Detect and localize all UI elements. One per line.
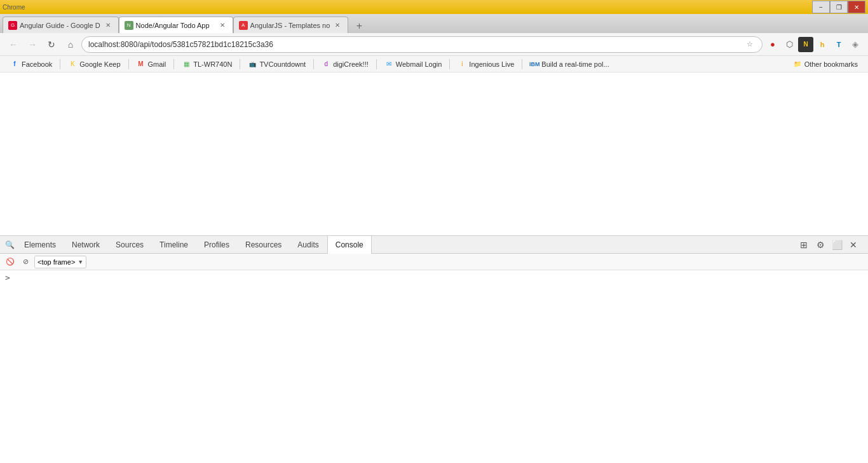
devtools-tab-resources[interactable]: Resources (238, 236, 290, 254)
bookmark-gmail-label: Gmail (148, 60, 166, 68)
extension-icon[interactable]: ◈ (848, 37, 863, 52)
bookmark-other[interactable]: 📁 Other bookmarks (788, 57, 863, 71)
bookmarks-bar: f Facebook K Google Keep M Gmail ▦ TL-WR… (0, 56, 868, 73)
devtools-panel: 🔍 Elements Network Sources Timeline Prof… (0, 235, 868, 463)
tab-title-3: AngularJS - Templates no (250, 22, 330, 29)
tl-icon: ▦ (182, 60, 191, 69)
bookmark-tl-label: TL-WR740N (193, 60, 232, 68)
webmail-icon: ✉ (384, 60, 393, 69)
devtools-close-button[interactable]: ✕ (846, 238, 860, 252)
bookmark-keep[interactable]: K Google Keep (63, 57, 125, 71)
tab-favicon-1: G (8, 21, 17, 30)
bookmark-ibm[interactable]: IBM Build a real-time pol... (525, 57, 614, 71)
bookmark-ibm-label: Build a real-time pol... (541, 60, 609, 68)
tab-close-3[interactable]: ✕ (332, 20, 342, 31)
devtools-tab-profiles[interactable]: Profiles (196, 236, 238, 254)
tab-angularjs-templates[interactable]: A AngularJS - Templates no ✕ (233, 17, 349, 33)
devtools-tab-console[interactable]: Console (327, 236, 372, 254)
bookmark-separator-1 (60, 59, 60, 69)
bookmark-separator-5 (313, 59, 314, 69)
tab-favicon-2: N (125, 21, 133, 30)
new-tab-button[interactable]: + (351, 19, 367, 33)
folder-icon: 📁 (793, 60, 802, 69)
tab-title-2: Node/Angular Todo App (136, 22, 215, 29)
devtools-controls: ⊞ ⚙ ⬜ ✕ (797, 238, 865, 252)
close-button[interactable]: ✕ (848, 1, 865, 13)
bookmark-webmail[interactable]: ✉ Webmail Login (379, 57, 447, 71)
browser-viewport (0, 73, 868, 235)
devtools-tab-timeline[interactable]: Timeline (152, 236, 196, 254)
home-button[interactable]: ⌂ (62, 36, 79, 53)
tab-close-1[interactable]: ✕ (103, 20, 113, 31)
bookmark-keep-label: Google Keep (79, 60, 120, 68)
toolbar-icons: ● ⬡ N h T ◈ (765, 37, 863, 52)
norton-icon[interactable]: N (798, 37, 813, 52)
star-icon[interactable]: ☆ (744, 39, 756, 50)
bookmark-separator-7 (449, 59, 450, 69)
gmail-icon: M (137, 60, 146, 69)
ibm-icon: IBM (530, 60, 539, 69)
window-controls: − ❐ ✕ (812, 1, 865, 13)
address-bar[interactable]: localhost:8080/api/todos/5381c57821bd1c1… (81, 36, 763, 53)
tab-node-angular[interactable]: N Node/Angular Todo App ✕ (119, 17, 233, 33)
tab-bar: G Angular Guide - Google D ✕ N Node/Angu… (0, 14, 868, 33)
keep-icon: K (68, 60, 77, 69)
frame-selector[interactable]: <top frame> ▼ (34, 256, 86, 268)
devtools-settings-button[interactable]: ⚙ (813, 238, 827, 252)
extension-hex-icon[interactable]: ⬡ (782, 37, 797, 52)
devtools-dock-button[interactable]: ⬜ (830, 238, 844, 252)
bookmark-digi-label: digiCreek!!! (333, 60, 369, 68)
prompt-arrow-icon: > (5, 273, 10, 282)
trello-icon[interactable]: T (831, 37, 846, 52)
console-toolbar: 🚫 ⊘ <top frame> ▼ (0, 254, 868, 270)
clear-console-button[interactable]: 🚫 (4, 256, 17, 268)
reload-button[interactable]: ↻ (43, 36, 60, 53)
lastpass-icon[interactable]: ● (765, 37, 780, 52)
ingenious-icon: i (458, 60, 466, 69)
digi-icon: d (322, 60, 330, 69)
bookmark-tl[interactable]: ▦ TL-WR740N (177, 57, 237, 71)
frame-dropdown-arrow: ▼ (78, 259, 83, 265)
honey-icon[interactable]: h (815, 37, 830, 52)
back-button[interactable]: ← (5, 36, 22, 53)
frame-label: <top frame> (37, 258, 75, 266)
bookmark-separator-2 (128, 59, 129, 69)
tab-close-2[interactable]: ✕ (217, 20, 227, 31)
devtools-tab-network[interactable]: Network (64, 236, 108, 254)
console-input[interactable] (13, 273, 863, 282)
tab-angular-guide[interactable]: G Angular Guide - Google D ✕ (3, 17, 119, 33)
devtools-tab-sources[interactable]: Sources (108, 236, 152, 254)
devtools-tab-audits[interactable]: Audits (290, 236, 327, 254)
devtools-format-button[interactable]: ⊞ (797, 238, 811, 252)
nav-bar: ← → ↻ ⌂ localhost:8080/api/todos/5381c57… (0, 33, 868, 56)
bookmark-other-label: Other bookmarks (804, 60, 858, 68)
forward-button[interactable]: → (24, 36, 41, 53)
bookmark-separator-4 (240, 59, 240, 69)
bookmark-separator-3 (173, 59, 174, 69)
minimize-button[interactable]: − (812, 1, 830, 13)
address-icons: ☆ (744, 39, 756, 50)
tv-icon: 📺 (248, 60, 257, 69)
tab-favicon-3: A (239, 21, 248, 30)
bookmark-digi[interactable]: d digiCreek!!! (316, 57, 374, 71)
devtools-tab-elements[interactable]: Elements (17, 236, 64, 254)
bookmark-webmail-label: Webmail Login (396, 60, 442, 68)
devtools-tabs: 🔍 Elements Network Sources Timeline Prof… (0, 236, 868, 254)
bookmark-ingenious-label: Ingenious Live (469, 60, 514, 68)
bookmark-gmail[interactable]: M Gmail (132, 57, 172, 71)
tab-title-1: Angular Guide - Google D (20, 22, 100, 29)
console-prompt-line[interactable]: > (5, 273, 863, 282)
facebook-icon: f (10, 60, 19, 69)
inspect-icon[interactable]: 🔍 (3, 238, 17, 252)
bookmark-separator-8 (522, 59, 522, 69)
bookmark-ingenious[interactable]: i Ingenious Live (452, 57, 519, 71)
bookmark-tv-label: TVCountdownt (259, 60, 306, 68)
browser-title: Chrome (3, 4, 25, 11)
bookmark-facebook-label: Facebook (22, 60, 52, 68)
restore-button[interactable]: ❐ (830, 1, 848, 13)
bookmark-separator-6 (376, 59, 377, 69)
bookmark-tv[interactable]: 📺 TVCountdownt (243, 57, 311, 71)
bookmark-facebook[interactable]: f Facebook (5, 57, 57, 71)
filter-console-button[interactable]: ⊘ (19, 256, 32, 268)
title-bar: Chrome − ❐ ✕ (0, 0, 868, 14)
